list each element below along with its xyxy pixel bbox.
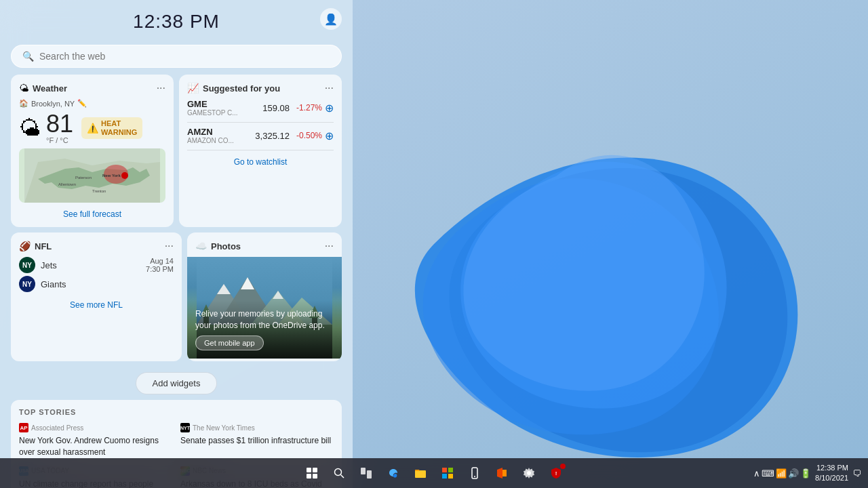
stock-item-amzn: AMZN AMAZON CO... 3,325.12 -0.50% ⊕ <box>187 127 334 144</box>
weather-icon: 🌤 <box>19 83 28 94</box>
stocks-title: Suggested for you <box>203 83 280 94</box>
tray-keyboard-icon[interactable]: ⌨ <box>762 468 774 479</box>
edit-icon[interactable]: ✏️ <box>77 99 87 108</box>
photos-widget: ☁️ Photos ··· <box>187 232 342 361</box>
phone-link-button[interactable] <box>462 461 487 485</box>
photos-header-row: ☁️ Photos ··· <box>195 241 334 251</box>
tray-volume-icon[interactable]: 🔊 <box>788 468 799 479</box>
taskbar-time: 12:38 PM <box>815 463 848 473</box>
task-view-button[interactable] <box>354 461 378 485</box>
stock-amzn-change: -0.50% <box>296 131 322 140</box>
stock-amzn-info: AMZN AMAZON CO... <box>187 127 234 144</box>
stock-amzn-ticker: AMZN <box>187 127 234 137</box>
stock-amzn-company: AMAZON CO... <box>187 137 234 144</box>
stocks-menu-button[interactable]: ··· <box>325 83 334 94</box>
go-watchlist-link[interactable]: Go to watchlist <box>187 155 334 167</box>
nfl-menu-button[interactable]: ··· <box>165 241 174 251</box>
svg-rect-29 <box>367 470 372 479</box>
widgets-row-1: 🌤 Weather ··· 🏠 Brooklyn, NY ✏️ 🌤 81 °F … <box>0 75 353 227</box>
story-2-source-name: The New York Times <box>193 424 255 432</box>
warning-text: HEATWARNING <box>101 119 137 137</box>
stock-amzn-add-button[interactable]: ⊕ <box>325 129 334 142</box>
file-explorer-button[interactable] <box>408 461 433 485</box>
photos-menu-button[interactable]: ··· <box>325 241 334 251</box>
svg-rect-32 <box>448 468 453 472</box>
stock-gme-company: GAMESTOP C... <box>187 109 238 117</box>
weather-temp-block: 81 °F / °C <box>46 112 73 144</box>
svg-text:Allentown: Allentown <box>58 182 76 186</box>
add-widgets-button[interactable]: Add widgets <box>136 372 218 394</box>
start-button[interactable] <box>300 461 324 485</box>
svg-text:!: ! <box>555 470 557 476</box>
nfl-game-row: NY Jets NY Giants Aug 14 7:30 PM <box>19 257 174 295</box>
stocks-header: 📈 Suggested for you ··· <box>187 83 334 94</box>
svg-rect-31 <box>442 468 447 472</box>
tray-wifi-icon[interactable]: 📶 <box>776 468 787 479</box>
nfl-title-row: 🏈 NFL <box>19 241 52 251</box>
get-mobile-app-button[interactable]: Get mobile app <box>195 336 264 350</box>
weather-sun-icon: 🌤 <box>19 116 41 141</box>
svg-text:Paterson: Paterson <box>75 176 92 180</box>
store-button[interactable] <box>435 461 460 485</box>
game-kickoff: 7:30 PM <box>146 265 174 273</box>
photos-icon: ☁️ <box>195 241 207 251</box>
clock-display: 12:38 PM <box>0 11 353 33</box>
stocks-divider <box>187 122 334 123</box>
svg-rect-23 <box>313 468 317 472</box>
see-more-nfl-link[interactable]: See more NFL <box>19 295 174 310</box>
stock-amzn-values: 3,325.12 -0.50% ⊕ <box>255 129 334 142</box>
ap-logo: AP <box>19 423 28 432</box>
weather-unit: °F / °C <box>46 136 73 144</box>
stock-item-gme: GME GAMESTOP C... 159.08 -1.27% ⊕ <box>187 99 334 117</box>
giants-name: Giants <box>41 279 66 289</box>
story-2-source: NYT The New York Times <box>180 423 334 432</box>
add-widgets-row: Add widgets <box>0 367 353 400</box>
settings-button[interactable] <box>517 461 541 485</box>
weather-map: Paterson New York Allentown Trenton <box>19 148 165 203</box>
warning-icon: ⚠️ <box>87 123 98 134</box>
stock-gme-ticker: GME <box>187 99 238 109</box>
stock-gme-add-button[interactable]: ⊕ <box>325 102 334 115</box>
weather-menu-button[interactable]: ··· <box>157 83 165 94</box>
office-button[interactable] <box>490 461 514 485</box>
weather-main: 🌤 81 °F / °C ⚠️ HEATWARNING <box>19 112 165 144</box>
search-icon: 🔍 <box>22 51 34 62</box>
svg-rect-37 <box>502 470 507 476</box>
search-input[interactable] <box>39 51 330 62</box>
taskbar-search-button[interactable] <box>327 461 351 485</box>
game-time: Aug 14 7:30 PM <box>146 257 174 273</box>
edge-button[interactable] <box>381 461 406 485</box>
stocks-divider-2 <box>187 150 334 150</box>
weather-warning: ⚠️ HEATWARNING <box>81 117 142 139</box>
nfl-header: 🏈 NFL ··· <box>19 241 174 251</box>
photos-image: Relive your memories by uploading your p… <box>187 257 342 359</box>
taskbar-clock[interactable]: 12:38 PM 8/10/2021 <box>815 463 848 484</box>
taskbar-date: 8/10/2021 <box>815 473 848 483</box>
notification-center-icon[interactable]: 🗨 <box>852 468 861 479</box>
user-icon-button[interactable]: 👤 <box>320 8 342 30</box>
svg-rect-34 <box>448 474 453 479</box>
tray-battery-icon[interactable]: 🔋 <box>800 468 811 479</box>
story-1-source: AP Associated Press <box>19 423 172 432</box>
svg-rect-22 <box>307 468 311 472</box>
giants-logo: NY <box>19 276 35 292</box>
weather-header: 🌤 Weather ··· <box>19 83 165 94</box>
weather-temperature: 81 <box>46 112 73 136</box>
nyt-logo: NYT <box>180 423 190 432</box>
widget-panel: 12:38 PM 👤 🔍 🌤 Weather ··· 🏠 Brooklyn, N… <box>0 0 353 488</box>
notification-badge-dot <box>560 464 566 469</box>
stock-amzn-price: 3,325.12 <box>255 131 290 141</box>
photos-overlay: Relive your memories by uploading your p… <box>187 300 342 359</box>
story-item-2[interactable]: NYT The New York Times Senate passes $1 … <box>180 423 334 458</box>
team-giants-row: NY Giants <box>19 276 66 292</box>
story-item-1[interactable]: AP Associated Press New York Gov. Andrew… <box>19 423 172 458</box>
svg-rect-33 <box>442 474 447 479</box>
tray-expand-icon[interactable]: ∧ <box>753 468 760 479</box>
stock-gme-change: -1.27% <box>296 103 322 113</box>
svg-point-3 <box>121 172 128 179</box>
see-forecast-link[interactable]: See full forecast <box>19 207 165 219</box>
weather-widget: 🌤 Weather ··· 🏠 Brooklyn, NY ✏️ 🌤 81 °F … <box>11 75 174 227</box>
team-jets-row: NY Jets <box>19 257 66 273</box>
story-2-headline: Senate passes $1 trillion infrastructure… <box>180 435 334 447</box>
security-button[interactable]: ! <box>544 461 568 485</box>
